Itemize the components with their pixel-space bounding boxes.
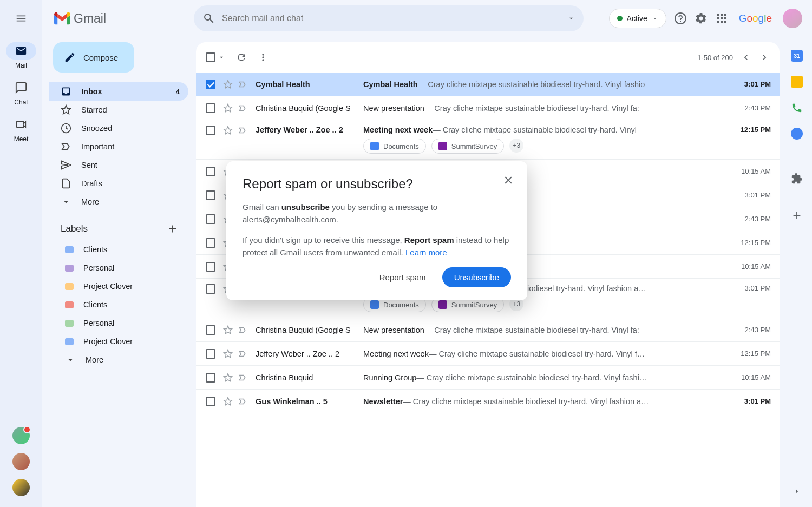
important-icon[interactable] bbox=[238, 126, 248, 135]
more-icon[interactable] bbox=[258, 52, 269, 63]
label-item[interactable]: Clients bbox=[53, 240, 188, 259]
profile-avatar[interactable] bbox=[783, 9, 802, 28]
label-item[interactable]: Project Clover bbox=[53, 277, 188, 295]
important-icon[interactable] bbox=[238, 373, 248, 383]
search-input[interactable] bbox=[215, 14, 567, 23]
row-checkbox[interactable] bbox=[206, 284, 215, 294]
form-chip[interactable]: SummitSurvey bbox=[431, 139, 505, 154]
row-checkbox[interactable] bbox=[206, 167, 215, 176]
checkbox-icon bbox=[206, 52, 215, 62]
email-row[interactable]: Jeffery Weber .. Zoe .. 2 Meeting next w… bbox=[196, 120, 780, 160]
email-row[interactable]: Christina Buquid (Google S New presentat… bbox=[196, 318, 780, 342]
tasks-icon[interactable] bbox=[791, 128, 803, 140]
doc-chip[interactable]: Documents bbox=[363, 139, 426, 154]
important-icon[interactable] bbox=[238, 349, 248, 359]
select-all[interactable] bbox=[206, 52, 225, 62]
nav-drafts[interactable]: Drafts bbox=[49, 174, 188, 193]
nav-inbox[interactable]: Inbox 4 bbox=[49, 82, 188, 101]
labels-header: Labels bbox=[53, 211, 188, 240]
dialog-actions: Report spam Unsubscribe bbox=[243, 267, 511, 287]
label-item[interactable]: Personal bbox=[53, 259, 188, 277]
time: 10:15 AM bbox=[733, 373, 771, 381]
chat-avatar-2[interactable] bbox=[12, 453, 30, 470]
star-icon[interactable] bbox=[223, 126, 233, 135]
addons-icon[interactable] bbox=[791, 173, 803, 185]
row-checkbox[interactable] bbox=[206, 397, 215, 406]
settings-icon[interactable] bbox=[695, 12, 708, 25]
contacts-icon[interactable] bbox=[791, 102, 803, 114]
label-item[interactable]: Personal bbox=[53, 314, 188, 332]
important-icon[interactable] bbox=[238, 103, 248, 113]
label-item[interactable]: Clients bbox=[53, 295, 188, 314]
star-icon[interactable] bbox=[223, 80, 233, 89]
row-checkbox[interactable] bbox=[206, 103, 215, 113]
important-icon[interactable] bbox=[238, 325, 248, 335]
main-menu-button[interactable] bbox=[8, 5, 34, 31]
rail-meet[interactable]: Meet bbox=[6, 116, 36, 143]
compose-button[interactable]: Compose bbox=[53, 42, 134, 73]
star-icon[interactable] bbox=[223, 397, 233, 406]
subject: New presentation bbox=[363, 104, 424, 113]
search-options-icon[interactable] bbox=[567, 15, 575, 22]
learn-more-link[interactable]: Learn more bbox=[405, 248, 447, 257]
nav-sent[interactable]: Sent bbox=[49, 156, 188, 174]
keep-icon[interactable] bbox=[791, 76, 803, 88]
row-checkbox[interactable] bbox=[206, 349, 215, 359]
nav-more[interactable]: More bbox=[49, 193, 188, 211]
next-page-icon[interactable] bbox=[759, 52, 770, 63]
apps-icon[interactable] bbox=[715, 12, 728, 25]
email-row[interactable]: Christina Buquid Running Group — Cray cl… bbox=[196, 366, 780, 390]
refresh-icon[interactable] bbox=[236, 52, 247, 63]
email-row[interactable]: Jeffery Weber .. Zoe .. 2 Meeting next w… bbox=[196, 342, 780, 366]
star-icon[interactable] bbox=[223, 325, 233, 335]
nav-starred[interactable]: Starred bbox=[49, 101, 188, 119]
search-icon[interactable] bbox=[202, 12, 215, 25]
star-icon[interactable] bbox=[223, 349, 233, 359]
rail-chat[interactable]: Chat bbox=[6, 79, 36, 106]
row-checkbox[interactable] bbox=[206, 238, 215, 248]
email-row[interactable]: Cymbal Health Cymbal Health — Cray clich… bbox=[196, 73, 780, 96]
row-checkbox[interactable] bbox=[206, 126, 215, 135]
chip-more[interactable]: +3 bbox=[509, 139, 523, 153]
dialog-close-button[interactable] bbox=[502, 174, 514, 186]
file-icon bbox=[61, 178, 71, 189]
subject: Cymbal Health bbox=[363, 80, 418, 89]
row-checkbox[interactable] bbox=[206, 214, 215, 224]
label-item[interactable]: More bbox=[53, 351, 188, 369]
prev-page-icon[interactable] bbox=[741, 52, 751, 63]
report-spam-button[interactable]: Report spam bbox=[371, 267, 435, 287]
help-icon[interactable] bbox=[674, 12, 687, 25]
row-checkbox[interactable] bbox=[206, 80, 215, 89]
star-icon[interactable] bbox=[223, 103, 233, 113]
unsubscribe-button[interactable]: Unsubscribe bbox=[442, 267, 511, 287]
chat-avatar-3[interactable] bbox=[12, 479, 30, 496]
gmail-logo[interactable]: Gmail bbox=[54, 11, 106, 26]
row-checkbox[interactable] bbox=[206, 190, 215, 200]
sender: Christina Buquid (Google S bbox=[256, 104, 356, 113]
email-row[interactable]: Christina Buquid (Google S New presentat… bbox=[196, 96, 780, 120]
label-swatch-icon bbox=[65, 320, 74, 327]
close-icon bbox=[502, 174, 514, 186]
status-pill[interactable]: Active bbox=[609, 9, 666, 28]
nav-snoozed[interactable]: Snoozed bbox=[49, 119, 188, 137]
add-label-icon[interactable] bbox=[167, 223, 179, 235]
star-icon[interactable] bbox=[223, 373, 233, 383]
nav-important[interactable]: Important bbox=[49, 137, 188, 156]
row-checkbox[interactable] bbox=[206, 325, 215, 335]
time: 12:15 PM bbox=[733, 239, 771, 247]
row-checkbox[interactable] bbox=[206, 262, 215, 272]
rail-avatars bbox=[12, 427, 30, 496]
email-row[interactable]: Gus Winkelman .. 5 Newsletter — Cray cli… bbox=[196, 390, 780, 413]
label-item[interactable]: Project Clover bbox=[53, 332, 188, 351]
calendar-icon[interactable] bbox=[791, 50, 803, 62]
chat-avatar-1[interactable] bbox=[12, 427, 30, 444]
row-checkbox[interactable] bbox=[206, 373, 215, 383]
search-bar[interactable] bbox=[194, 5, 584, 31]
collapse-icon[interactable] bbox=[792, 486, 802, 496]
important-icon[interactable] bbox=[238, 397, 248, 406]
important-icon[interactable] bbox=[238, 80, 248, 89]
header-right: Active Google bbox=[609, 9, 802, 28]
plus-icon[interactable] bbox=[791, 209, 803, 221]
time: 10:15 AM bbox=[733, 262, 771, 271]
rail-mail[interactable]: Mail bbox=[6, 42, 36, 69]
